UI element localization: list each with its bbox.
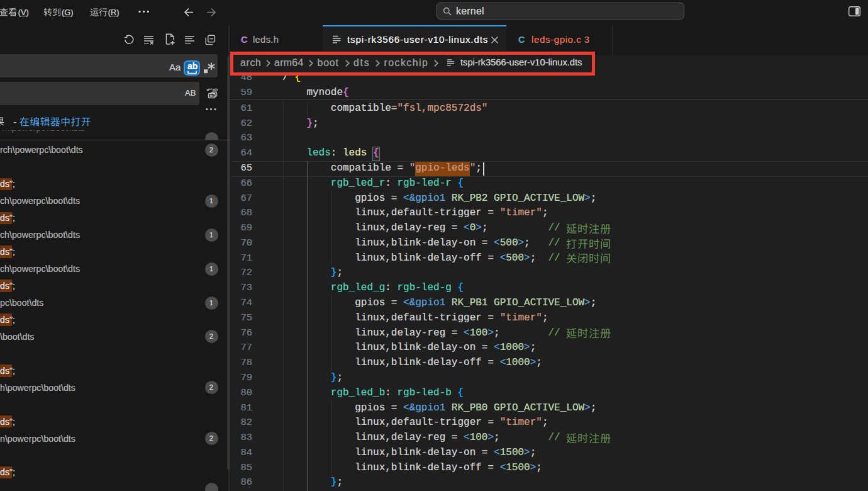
svg-text:ab: ab	[213, 87, 218, 92]
svg-text:ac: ac	[209, 93, 214, 98]
